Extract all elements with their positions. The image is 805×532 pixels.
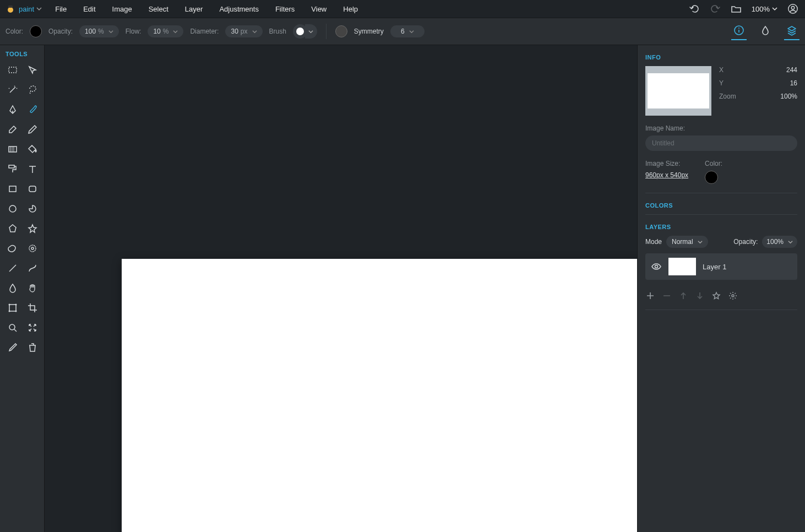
trash-tool-icon[interactable] [24, 339, 41, 356]
menu-layer[interactable]: Layer [177, 3, 211, 15]
curve-tool-icon[interactable] [24, 260, 41, 276]
move-tool-icon[interactable] [24, 62, 41, 78]
star-shape-icon[interactable] [24, 220, 41, 237]
menu-file[interactable]: File [47, 3, 74, 15]
add-layer-icon[interactable] [645, 291, 655, 301]
flow-input[interactable]: 10 % [148, 25, 183, 37]
colors-section-title[interactable]: COLORS [645, 202, 797, 209]
diameter-label: Diameter: [190, 28, 219, 35]
menu-items: File Edit Image Select Layer Adjustments… [47, 3, 366, 15]
svg-point-20 [655, 265, 658, 268]
app-name[interactable]: paint [19, 5, 34, 13]
image-name-input[interactable] [645, 135, 797, 151]
app-logo-icon [6, 4, 15, 14]
brush-picker-caret[interactable] [305, 24, 317, 39]
svg-rect-6 [9, 67, 17, 73]
polygon-shape-icon[interactable] [4, 220, 21, 237]
svg-point-16 [15, 304, 17, 306]
app-menu-caret-icon[interactable] [36, 6, 42, 12]
pen-tool-icon[interactable] [4, 101, 21, 118]
delete-layer-icon[interactable] [662, 291, 672, 301]
info-section-title: INFO [645, 54, 797, 61]
navigator-thumbnail[interactable] [645, 66, 711, 116]
eyedropper-tool-icon[interactable] [4, 339, 21, 356]
redo-icon[interactable] [710, 3, 721, 14]
menu-edit[interactable]: Edit [75, 3, 103, 15]
layer-opacity-dropdown[interactable]: 100% [762, 236, 797, 248]
chevron-down-icon [409, 29, 414, 34]
svg-point-12 [29, 245, 36, 252]
hand-tool-icon[interactable] [24, 280, 41, 296]
lasso-tool-icon[interactable] [24, 82, 41, 98]
info-color-swatch[interactable] [705, 171, 718, 184]
info-color-label: Color: [705, 160, 722, 167]
ellipse-shape-icon[interactable] [4, 200, 21, 217]
brush-label: Brush [269, 28, 286, 35]
blob-shape-icon[interactable] [4, 240, 21, 257]
svg-point-11 [9, 205, 16, 212]
svg-rect-7 [9, 146, 17, 152]
layers-panel-toggle-icon[interactable] [784, 23, 799, 40]
zoom-dropdown[interactable]: 100% [752, 5, 777, 13]
crop-tool-icon[interactable] [24, 300, 41, 316]
menu-help[interactable]: Help [335, 3, 366, 15]
image-size-link[interactable]: 960px x 540px [645, 171, 688, 179]
svg-rect-10 [29, 186, 36, 192]
color-label: Color: [6, 28, 23, 35]
svg-point-19 [9, 324, 15, 330]
blend-mode-dropdown[interactable]: Normal [666, 236, 708, 248]
layer-visibility-icon[interactable] [651, 261, 662, 272]
rounded-rect-shape-icon[interactable] [24, 181, 41, 197]
layers-section-title: LAYERS [645, 224, 797, 230]
info-panel-toggle-icon[interactable] [731, 23, 747, 40]
opacity-input[interactable]: 100 % [79, 25, 119, 37]
svg-point-17 [9, 311, 10, 312]
layer-name[interactable]: Layer 1 [703, 263, 726, 271]
rect-select-tool-icon[interactable] [4, 62, 21, 78]
svg-point-15 [9, 304, 10, 306]
menu-image[interactable]: Image [105, 3, 140, 15]
symmetry-input[interactable]: 6 [390, 25, 425, 37]
blur-tool-icon[interactable] [4, 280, 21, 296]
color-swatch[interactable] [30, 25, 42, 37]
pencil-tool-icon[interactable] [24, 121, 41, 138]
transform-tool-icon[interactable] [4, 300, 21, 316]
pie-shape-icon[interactable] [24, 200, 41, 217]
paint-roller-tool-icon[interactable] [4, 161, 21, 177]
expand-tool-icon[interactable] [24, 319, 41, 336]
favorite-layer-icon[interactable] [711, 291, 721, 301]
diameter-input[interactable]: 30 px [225, 25, 262, 37]
menu-filters[interactable]: Filters [268, 3, 302, 15]
layer-opacity-label: Opacity: [733, 238, 758, 246]
svg-rect-9 [9, 186, 16, 192]
eraser-tool-icon[interactable] [4, 121, 21, 138]
canvas[interactable] [122, 259, 637, 532]
zoom-tool-icon[interactable] [4, 319, 21, 336]
folder-open-icon[interactable] [731, 3, 742, 14]
menu-view[interactable]: View [303, 3, 334, 15]
symmetry-toggle[interactable] [335, 25, 347, 37]
layer-settings-icon[interactable] [728, 291, 738, 301]
gear-shape-icon[interactable] [24, 240, 41, 257]
svg-point-0 [8, 7, 13, 13]
paint-bucket-tool-icon[interactable] [24, 141, 41, 158]
chevron-down-icon [788, 240, 793, 245]
menu-select[interactable]: Select [141, 3, 176, 15]
svg-rect-1 [8, 6, 13, 8]
layer-row[interactable]: Layer 1 [645, 253, 797, 280]
drop-panel-toggle-icon[interactable] [758, 23, 773, 40]
text-tool-icon[interactable] [24, 161, 41, 177]
undo-icon[interactable] [689, 3, 700, 14]
canvas-area[interactable] [45, 45, 637, 532]
flow-label: Flow: [126, 28, 142, 35]
menu-adjustments[interactable]: Adjustments [211, 3, 266, 15]
line-tool-icon[interactable] [4, 260, 21, 276]
brush-tool-icon[interactable] [24, 101, 41, 118]
account-icon[interactable] [787, 3, 798, 14]
move-layer-up-icon[interactable] [678, 291, 688, 301]
gradient-tool-icon[interactable] [4, 141, 21, 158]
move-layer-down-icon[interactable] [695, 291, 705, 301]
magic-wand-tool-icon[interactable] [4, 82, 21, 98]
svg-point-13 [31, 247, 34, 249]
rectangle-shape-icon[interactable] [4, 181, 21, 197]
